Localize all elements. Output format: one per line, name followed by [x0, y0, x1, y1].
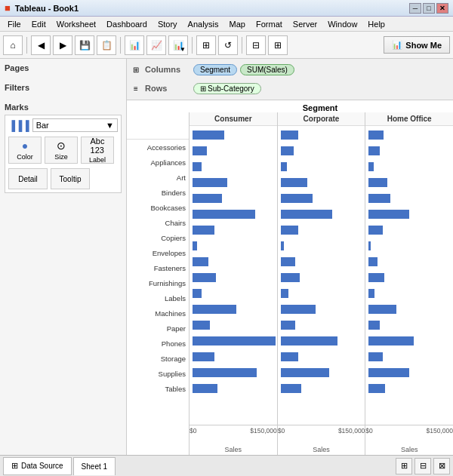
axis-sub-label: Sales [278, 446, 365, 455]
menu-item-analysis[interactable]: Analysis [183, 18, 223, 30]
sum-sales-pill[interactable]: SUM(Sales) [240, 64, 294, 75]
bottom-icons: ⊞ ⊟ ⊠ [396, 458, 450, 474]
row-label: Chairs [127, 215, 189, 230]
bar-row [193, 159, 276, 174]
save-button[interactable]: 💾 [75, 35, 94, 55]
row-label: Bookcases [127, 200, 189, 215]
new-sheet-button[interactable]: ⊞ [396, 458, 412, 474]
axis-tick: $150,000 [250, 427, 276, 435]
marks-detail-row: Detail Tooltip [8, 168, 118, 189]
menu-item-worksheet[interactable]: Worksheet [52, 18, 100, 30]
chart2-button[interactable]: 📈 [146, 35, 166, 55]
bar-row [368, 381, 451, 396]
bar-row [281, 175, 364, 190]
shelves: ⊞ Columns Segment SUM(Sales) ≡ Rows ⊞ Su… [127, 59, 453, 100]
bar [193, 194, 222, 203]
menu-item-map[interactable]: Map [225, 18, 250, 30]
duplicate-button[interactable]: 📋 [97, 35, 116, 55]
size-label: Size [54, 153, 68, 161]
data-button[interactable]: ⊞ [196, 35, 216, 55]
panel-header: Consumer [190, 112, 277, 126]
bar [193, 226, 214, 235]
menu-item-format[interactable]: Format [251, 18, 287, 30]
close-button[interactable]: ✕ [436, 3, 448, 14]
bar-row [193, 333, 276, 349]
segment-header: Segment [187, 100, 453, 112]
row-label: Paper [127, 321, 189, 336]
menu-item-server[interactable]: Server [288, 18, 322, 30]
bar [193, 146, 207, 155]
chart1-button[interactable]: 📊 [125, 35, 144, 55]
label-label: Label [89, 156, 106, 164]
minimize-button[interactable]: ─ [409, 3, 421, 14]
refresh-button[interactable]: ↺ [218, 35, 238, 55]
row-label: Art [127, 170, 189, 185]
show-me-button[interactable]: 📊 Show Me [384, 36, 450, 54]
axis-tick: $150,000 [338, 427, 365, 435]
forward-button[interactable]: ▶ [53, 35, 72, 55]
bar-row [193, 349, 276, 364]
rows-label: Rows [145, 84, 190, 93]
menu-item-dashboard[interactable]: Dashboard [102, 18, 152, 30]
toolbar-separator-4 [242, 37, 242, 54]
highlight-button[interactable]: ⊞ [268, 35, 288, 55]
back-button[interactable]: ◀ [31, 35, 51, 55]
window-controls: ─ □ ✕ [409, 3, 448, 14]
bar [368, 321, 380, 330]
menu-item-edit[interactable]: Edit [27, 18, 51, 30]
menu-item-window[interactable]: Window [323, 18, 362, 30]
subcategory-pill[interactable]: ⊞ Sub-Category [193, 83, 261, 94]
bar [193, 210, 255, 219]
menu-item-file[interactable]: File [3, 18, 26, 30]
bar [281, 257, 295, 266]
panel-header: Home Office [365, 112, 453, 126]
home-button[interactable]: ⌂ [3, 35, 23, 55]
bar [193, 178, 227, 187]
duplicate-sheet-button[interactable]: ⊟ [414, 458, 431, 474]
filter-button[interactable]: ⊟ [246, 35, 266, 55]
bar-row [193, 238, 276, 253]
menu-item-story[interactable]: Story [153, 18, 182, 30]
bar [193, 368, 257, 377]
segment-pill[interactable]: Segment [193, 64, 237, 75]
color-button[interactable]: ● Color [8, 137, 42, 164]
bar-row [368, 349, 451, 364]
sheet1-tab[interactable]: Sheet 1 [73, 457, 116, 475]
detail-button[interactable]: Detail [8, 168, 48, 189]
bar-row [368, 223, 451, 238]
bar-row [368, 175, 451, 190]
titlebar: ■ Tableau - Book1 ─ □ ✕ [0, 0, 453, 17]
left-panel: Pages Filters Marks ▐▐▐ Bar ▼ ● Color [0, 59, 127, 455]
bar-row [193, 365, 276, 380]
bar-row [368, 207, 451, 222]
tooltip-button[interactable]: Tooltip [51, 168, 90, 189]
marks-label: Marks [5, 103, 122, 112]
columns-icon: ⊞ [130, 63, 142, 75]
rows-shelf: ≡ Rows ⊞ Sub-Category [130, 79, 450, 97]
pages-section: Pages [5, 63, 122, 75]
bar-row [368, 238, 451, 253]
row-labels: AccessoriesAppliancesArtBindersBookcases… [127, 112, 189, 455]
bar-row [193, 191, 276, 206]
axis-tick: $0 [278, 427, 285, 435]
marks-section: Marks ▐▐▐ Bar ▼ ● Color ⊙ Siz [5, 103, 122, 193]
bar-row [193, 143, 276, 158]
chart3-button[interactable]: 📊▼ [168, 35, 188, 55]
label-button[interactable]: Abc123 Label [81, 137, 114, 164]
size-button[interactable]: ⊙ Size [45, 137, 78, 164]
chart-panel-corporate: Corporate$0$150,000Sales [277, 112, 365, 455]
marks-type-dropdown[interactable]: Bar ▼ [32, 118, 118, 132]
bar-row [281, 365, 364, 380]
show-me-label: Show Me [405, 41, 442, 50]
bar [281, 352, 298, 361]
bar [368, 305, 396, 314]
bar-row [193, 270, 276, 285]
menubar: FileEditWorksheetDashboardStoryAnalysisM… [0, 17, 453, 32]
show-me-icon: 📊 [392, 40, 402, 50]
maximize-button[interactable]: □ [423, 3, 435, 14]
bar [193, 305, 236, 314]
menu-item-help[interactable]: Help [363, 18, 390, 30]
presentation-button[interactable]: ⊠ [433, 458, 450, 474]
datasource-tab[interactable]: ⊞ Data Source [3, 457, 72, 475]
row-label: Machines [127, 306, 189, 321]
